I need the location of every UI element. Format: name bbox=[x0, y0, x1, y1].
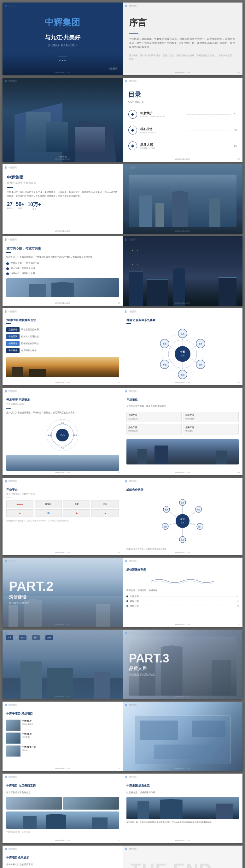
part3-number: PART.3 bbox=[129, 652, 237, 664]
wm-8: K K酷图网 bbox=[125, 238, 137, 242]
city-night-page: K K酷图网 www.ikutu.com bbox=[123, 236, 243, 306]
svg-text:效率: 效率 bbox=[163, 343, 167, 345]
svg-text:诚信: 诚信 bbox=[181, 374, 184, 376]
proj-detail-title-r: 中辉集团·品质生活 bbox=[127, 784, 239, 788]
pi-desc-4: 物业服务 bbox=[185, 430, 237, 433]
loc-line-3 bbox=[140, 606, 235, 606]
layout-title: 筑信建设布局图 bbox=[127, 568, 239, 572]
product-left-page: K K酷图网 开发管理·产品研发 打造卓越产品体系 坚持以人为本的设计理念，不断… bbox=[2, 388, 123, 475]
info-text-3: 持续创新，引领行业发展 bbox=[11, 272, 35, 275]
step-2: 设计 bbox=[19, 635, 27, 640]
sunset-photo bbox=[6, 357, 119, 377]
preface-dots bbox=[129, 67, 237, 67]
svg-text:服务: 服务 bbox=[47, 434, 51, 436]
logo-label-7: ◆ bbox=[76, 512, 77, 514]
wm-url-19: www.ikutu.com bbox=[2, 767, 123, 770]
toc-en-2: CORE BUSINESS bbox=[140, 131, 184, 133]
step-3: 施工 bbox=[32, 635, 40, 640]
dot-3 bbox=[6, 273, 9, 275]
part2-name: 筑信建设 bbox=[9, 594, 116, 600]
wm-url-22: www.ikutu.com bbox=[123, 839, 243, 841]
svg-point-2 bbox=[175, 346, 190, 362]
divider-7r bbox=[127, 493, 131, 494]
wm-url-21: www.ikutu.com bbox=[2, 839, 123, 841]
wm-10: K K酷图网 bbox=[125, 310, 137, 314]
flow-box-2: 专业团队 bbox=[6, 334, 20, 339]
spread-1: K K酷图网 中辉集团 与九江·共美好 ZHONG HUI GROUP K酷图网… bbox=[2, 2, 243, 75]
flow-list: 品质保证 严格质量管控体系 专业团队 精英人才管理队伍 创新理念 持续研发创新驱… bbox=[6, 327, 119, 353]
divider-12l bbox=[6, 861, 11, 861]
logo-box-1: Kaadas bbox=[6, 500, 33, 508]
toc-text-2: 核心业务 bbox=[140, 127, 184, 131]
toc-icon-3 bbox=[128, 142, 137, 150]
loc-line-1 bbox=[140, 596, 235, 596]
aerial-mini bbox=[6, 455, 119, 471]
pi-desc-1: 高品质住宅 bbox=[128, 417, 180, 420]
partners-title: 产业平台 bbox=[6, 488, 119, 492]
divider-5r bbox=[127, 323, 131, 324]
logo-label-4: 品牌 bbox=[103, 503, 107, 506]
network-title: 战略合作伙伴 bbox=[127, 488, 239, 492]
logo-label-5: ■ bbox=[19, 512, 21, 515]
logo-box-5: ■ bbox=[6, 509, 33, 517]
flow-desc-1: 严格质量管控体系 bbox=[21, 328, 39, 331]
pi-title-2: 商业产品 bbox=[185, 414, 237, 417]
divider-5l bbox=[6, 323, 11, 324]
flow-item-3: 创新理念 持续研发创新驱动 bbox=[6, 341, 119, 346]
diagram-title: 网链化·服务体系九要素 bbox=[127, 318, 239, 322]
part3-name: 品质人居 bbox=[129, 666, 237, 672]
proj-detail-text-r: 精工品质，每一个细节都体现对居住者的尊重与关怀。严格的品质管控体系确保每个项目达… bbox=[127, 821, 239, 824]
content-page-4l: K K酷图网 城市的心脏，与城市共生 深耕九江，打造城市新地标。中辉集团在九江拥… bbox=[2, 236, 123, 306]
svg-line-21 bbox=[169, 358, 176, 362]
proj-desc-3: 综合体 bbox=[22, 749, 119, 752]
proj-detail-title-l: 中辉项目·九江美丽工程 bbox=[6, 784, 119, 788]
flow-item-4: 客户服务 全周期贴心服务 bbox=[6, 348, 119, 353]
svg-text:物业: 物业 bbox=[181, 539, 184, 541]
loc-line-2 bbox=[140, 601, 235, 601]
product-item-1: 住宅产品 高品质住宅 bbox=[127, 412, 182, 422]
logo-label-6: ㊟ bbox=[47, 512, 49, 515]
toc-dots-3 bbox=[187, 146, 231, 146]
svg-text:集团: 集团 bbox=[181, 522, 184, 524]
info-row-1: 坚持品质第一，打造精品工程 bbox=[6, 262, 119, 265]
proj-name-1: 中辉·悦府 bbox=[22, 720, 119, 723]
proj-main-img-l bbox=[6, 811, 119, 829]
proj-desc-2: 滨江豪宅 bbox=[22, 736, 119, 739]
svg-text:创新: 创新 bbox=[199, 364, 203, 366]
wm-url-14: www.ikutu.com bbox=[123, 551, 243, 554]
wave-deco bbox=[127, 576, 239, 586]
divider-6l bbox=[6, 408, 11, 409]
wm-15: K K酷图网 bbox=[5, 559, 17, 563]
service-diagram-svg: 中辉 集团 品质 服务 创新 诚信 专业 效率 bbox=[158, 329, 208, 379]
logo-label-8: ★ bbox=[104, 512, 106, 514]
circle-diagram-container: 中辉 集团 品质 服务 创新 诚信 专业 效率 bbox=[127, 327, 239, 381]
project-info-2: 中辉·江岸 滨江豪宅 bbox=[22, 733, 119, 739]
svg-line-22 bbox=[169, 346, 176, 350]
layout-map-page: K K酷图网 筑信建设布局图 布局全国，深耕区域，精耕细作 九江总部 01 bbox=[123, 558, 243, 627]
proj-name-3: 中辉·城市广场 bbox=[22, 745, 119, 749]
wm-7: K K酷图网 bbox=[5, 238, 17, 242]
part2-number: PART.2 bbox=[9, 580, 116, 593]
spread-3: K K酷图网 中辉集团 致力于·品质生活·共创未来 中辉集团是一家以房地产开发为… bbox=[2, 164, 243, 234]
bottom-logo: K酷图网 bbox=[108, 67, 117, 70]
product-title-r: 产品策略 bbox=[127, 398, 239, 402]
wm-6: K K酷图网 bbox=[125, 166, 137, 169]
preface-page: K K酷图网 序言 十年磨砺，成就卓越。中辉集团自成立以来，始终坚持以客户为中心… bbox=[123, 2, 243, 75]
final-title: 中辉项目成果展示 bbox=[6, 856, 119, 860]
proj-name-2: 中辉·江岸 bbox=[22, 733, 119, 736]
loc-num-2: 02 bbox=[237, 600, 239, 602]
svg-text:集团: 集团 bbox=[181, 354, 184, 356]
wm-url-8: www.ikutu.com bbox=[123, 302, 243, 304]
project-photo-page: K K酷图网 立项 → 设计 → 施工 → 交付 www.ikutu.com bbox=[2, 630, 123, 699]
content-list-page: K K酷图网 深耕27年·成就领军企业 品质保证 严格质量管控体系 专业团队 精… bbox=[2, 308, 123, 385]
toc-en-1: COMPANY INTRODUCTION bbox=[140, 116, 184, 118]
watermark-k: K bbox=[5, 4, 7, 8]
concentric-diagram: 产品 住宅 商业 办公 服务 bbox=[6, 418, 119, 453]
svg-text:运营: 运营 bbox=[164, 526, 167, 528]
spread-8: K K酷图网 PART.2 筑信建设 建筑施工·品质营造 www.ikutu.c… bbox=[2, 558, 243, 627]
proj-main-img-r bbox=[127, 797, 239, 819]
wm-19: K K酷图网 bbox=[5, 703, 17, 707]
pi-title-4: 服务产品 bbox=[185, 426, 237, 429]
info-text-2: 以人为本，创造宜居环境 bbox=[11, 267, 35, 270]
spread-9: K K酷图网 立项 → 设计 → 施工 → 交付 www.ikutu.com K bbox=[2, 630, 243, 699]
